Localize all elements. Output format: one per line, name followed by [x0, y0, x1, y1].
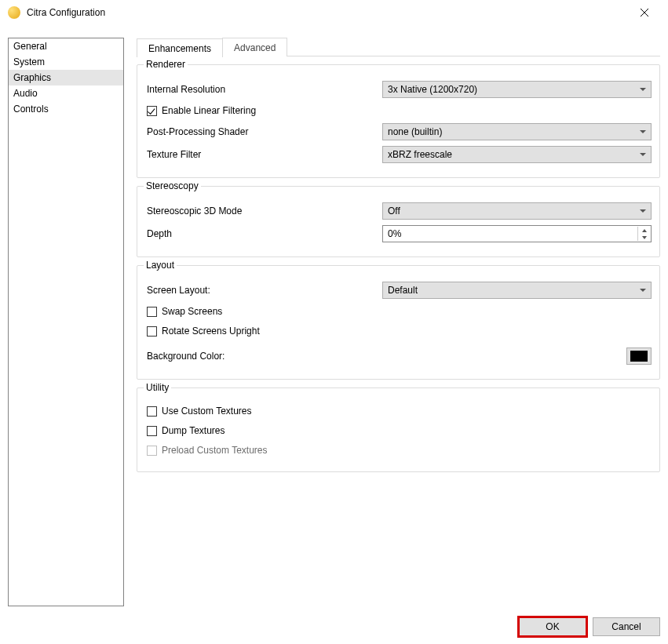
chevron-down-icon: [640, 88, 646, 91]
checkbox-icon: [147, 406, 157, 417]
right-pane: Enhancements Advanced Renderer Internal …: [137, 38, 660, 606]
chevron-down-icon: [640, 289, 646, 292]
checkbox-label-use-custom-textures: Use Custom Textures: [162, 406, 252, 417]
checkbox-icon: [147, 426, 157, 436]
sidebar-item-controls[interactable]: Controls: [9, 101, 123, 117]
combo-stereoscopic-mode[interactable]: Off: [382, 202, 652, 220]
dialog-button-bar: OK Cancel: [519, 617, 660, 636]
checkbox-label-rotate-upright: Rotate Screens Upright: [162, 326, 260, 337]
sidebar-item-graphics[interactable]: Graphics: [9, 70, 123, 86]
label-stereoscopic-mode: Stereoscopic 3D Mode: [147, 206, 382, 216]
spinbox-depth[interactable]: 0%: [382, 225, 652, 242]
cancel-button[interactable]: Cancel: [593, 617, 660, 636]
label-background-color: Background Color:: [147, 351, 382, 362]
spin-down-button[interactable]: [638, 234, 650, 241]
body-area: General System Graphics Audio Controls E…: [8, 38, 660, 606]
label-depth: Depth: [147, 228, 382, 239]
checkbox-rotate-upright[interactable]: Rotate Screens Upright: [147, 323, 652, 339]
checkbox-preload-custom-textures: Preload Custom Textures: [147, 442, 652, 458]
checkbox-use-custom-textures[interactable]: Use Custom Textures: [147, 403, 652, 419]
checkbox-icon: [147, 326, 157, 337]
config-window: Citra Configuration General System Graph…: [0, 0, 668, 644]
checkbox-enable-linear-filtering[interactable]: Enable Linear Filtering: [147, 103, 652, 118]
app-icon: [8, 6, 20, 19]
combo-internal-resolution[interactable]: 3x Native (1200x720): [382, 81, 652, 98]
close-icon: [641, 9, 648, 16]
window-title: Citra Configuration: [27, 7, 626, 18]
group-layout-legend: Layout: [144, 260, 177, 271]
label-internal-resolution: Internal Resolution: [147, 84, 382, 95]
checkbox-label-swap-screens: Swap Screens: [162, 306, 222, 317]
chevron-down-icon: [640, 130, 646, 133]
group-stereoscopy-legend: Stereoscopy: [144, 180, 201, 191]
group-stereoscopy: Stereoscopy Stereoscopic 3D Mode Off Dep…: [137, 186, 660, 257]
spin-up-button[interactable]: [638, 227, 650, 234]
sidebar-item-system[interactable]: System: [9, 54, 123, 70]
chevron-down-icon: [642, 236, 647, 239]
label-texture-filter: Texture Filter: [147, 149, 382, 160]
color-swatch-icon: [630, 351, 648, 362]
chevron-up-icon: [642, 229, 647, 232]
combo-internal-resolution-value: 3x Native (1200x720): [388, 84, 477, 95]
titlebar: Citra Configuration: [0, 0, 668, 25]
group-renderer: Renderer Internal Resolution 3x Native (…: [137, 64, 660, 178]
checkbox-label-dump-textures: Dump Textures: [162, 425, 224, 436]
sidebar-item-audio[interactable]: Audio: [9, 86, 123, 101]
label-screen-layout: Screen Layout:: [147, 285, 382, 296]
sidebar-item-general[interactable]: General: [9, 38, 123, 54]
checkbox-dump-textures[interactable]: Dump Textures: [147, 423, 652, 438]
combo-texture-filter[interactable]: xBRZ freescale: [382, 146, 652, 163]
chevron-down-icon: [640, 153, 646, 156]
tab-enhancements[interactable]: Enhancements: [137, 38, 223, 57]
combo-screen-layout[interactable]: Default: [382, 282, 652, 299]
group-layout: Layout Screen Layout: Default Swap Scre: [137, 265, 660, 380]
ok-button[interactable]: OK: [519, 617, 586, 636]
background-color-button[interactable]: [626, 347, 652, 365]
combo-post-processing-shader-value: none (builtin): [388, 126, 442, 137]
combo-texture-filter-value: xBRZ freescale: [388, 149, 452, 160]
tab-bar: Enhancements Advanced: [137, 38, 660, 56]
spinbox-controls: [637, 227, 650, 241]
group-utility-legend: Utility: [144, 382, 171, 393]
checkbox-label-preload-custom-textures: Preload Custom Textures: [162, 445, 268, 456]
combo-post-processing-shader[interactable]: none (builtin): [382, 123, 652, 140]
checkbox-icon: [147, 106, 157, 116]
spinbox-depth-value: 0%: [388, 228, 401, 239]
window-close-button[interactable]: [626, 2, 662, 24]
tab-content-enhancements: Renderer Internal Resolution 3x Native (…: [137, 56, 660, 480]
tab-advanced[interactable]: Advanced: [222, 38, 287, 56]
checkbox-swap-screens[interactable]: Swap Screens: [147, 304, 652, 319]
sidebar-category-list[interactable]: General System Graphics Audio Controls: [8, 38, 124, 606]
group-renderer-legend: Renderer: [144, 59, 188, 70]
checkbox-icon: [147, 307, 157, 317]
label-post-processing-shader: Post-Processing Shader: [147, 126, 382, 137]
checkbox-icon: [147, 446, 157, 456]
combo-screen-layout-value: Default: [388, 285, 418, 296]
chevron-down-icon: [640, 209, 646, 213]
combo-stereoscopic-mode-value: Off: [388, 206, 400, 216]
checkbox-label-linear-filtering: Enable Linear Filtering: [162, 105, 256, 116]
group-utility: Utility Use Custom Textures Dump Texture…: [137, 387, 660, 472]
